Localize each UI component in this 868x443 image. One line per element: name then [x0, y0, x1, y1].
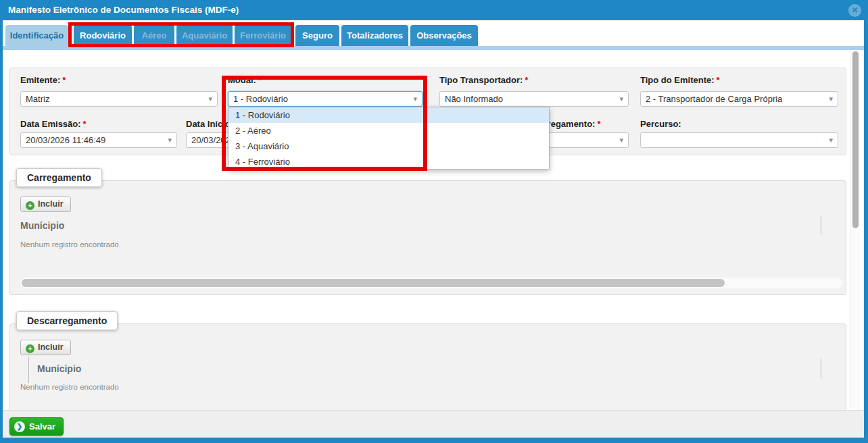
tipo-transportador-label: Tipo Transportador:* [439, 75, 629, 85]
horizontal-scrollbar-thumb[interactable] [22, 279, 725, 287]
modal-dropdown-list: 1 - Rodoviário 2 - Aéreo 3 - Aquaviário … [228, 107, 550, 170]
tipo-emitente-select[interactable]: 2 - Transportador de Carga Própria ▾ [640, 91, 838, 107]
tab-identificacao[interactable]: Identificação [5, 25, 68, 50]
tabbar-underline [3, 46, 864, 50]
modal-select[interactable]: 1 - Rodoviário ▾ [228, 91, 423, 107]
carregamento-legend: Carregamento [16, 168, 102, 187]
carregamento-empty-message: Nenhum registro encontrado [20, 240, 119, 249]
dropdown-option-aereo[interactable]: 2 - Aéreo [228, 123, 549, 138]
column-separator [821, 359, 821, 379]
vertical-scrollbar-thumb[interactable] [852, 51, 859, 228]
plus-icon: + [26, 201, 34, 210]
tab-totalizadores[interactable]: Totalizadores [341, 25, 408, 46]
carregamento-column-municipio: Munícipio [20, 220, 64, 231]
plus-icon: + [26, 344, 34, 353]
chevron-down-icon: ▾ [619, 92, 623, 106]
descarregamento-section [9, 323, 846, 418]
footer-bar: ❯ Salvar [3, 410, 864, 438]
modal-label: Modal:* [228, 75, 423, 85]
dropdown-option-ferroviario[interactable]: 4 - Ferroviário [228, 154, 549, 170]
tab-aereo: Aéreo [134, 25, 174, 46]
chevron-down-icon: ▾ [413, 92, 417, 106]
window-title: Manifesto Eletrônico de Documentos Fisca… [8, 5, 239, 15]
horizontal-scrollbar-track[interactable] [20, 278, 842, 288]
tab-observacoes[interactable]: Observações [410, 25, 478, 46]
tipo-transportador-select[interactable]: Não Informado ▾ [439, 91, 629, 107]
percurso-label: Percurso: [640, 119, 838, 129]
chevron-down-icon: ▾ [168, 133, 172, 147]
dropdown-option-rodoviario[interactable]: 1 - Rodoviário [228, 107, 549, 123]
column-separator [821, 216, 821, 235]
chevron-down-icon: ▾ [829, 133, 833, 147]
descarregamento-empty-message: Nenhum registro encontrado [20, 383, 119, 391]
tab-aquaviario: Aquaviário [176, 25, 233, 46]
chevron-right-icon: ❯ [14, 421, 25, 432]
carregamento-incluir-button[interactable]: +Incluir [20, 197, 71, 212]
dropdown-option-aquaviario[interactable]: 3 - Aquaviário [228, 138, 549, 154]
emitente-label: Emitente:* [20, 75, 218, 85]
tab-seguro[interactable]: Seguro [295, 25, 339, 46]
tipo-emitente-label: Tipo do Emitente:* [640, 75, 838, 85]
descarregamento-incluir-button[interactable]: +Incluir [20, 340, 71, 355]
emitente-select[interactable]: Matriz ▾ [20, 91, 218, 107]
column-separator [28, 357, 29, 383]
chevron-down-icon: ▾ [619, 133, 623, 147]
tab-rodoviario[interactable]: Rodoviário [74, 25, 132, 46]
chevron-down-icon: ▾ [208, 92, 212, 106]
data-emissao-field[interactable]: 20/03/2026 11:46:49 ▾ [20, 132, 177, 148]
mdfe-window: Manifesto Eletrônico de Documentos Fisca… [0, 0, 868, 443]
percurso-select[interactable]: ▾ [640, 132, 838, 148]
vertical-scrollbar-track[interactable] [850, 50, 860, 410]
data-emissao-label: Data Emissão:* [20, 119, 177, 129]
descarregamento-column-municipio: Munícipio [37, 363, 81, 374]
tab-ferroviario: Ferroviário [235, 25, 291, 46]
titlebar: Manifesto Eletrônico de Documentos Fisca… [0, 0, 868, 20]
chevron-down-icon: ▾ [829, 92, 833, 106]
close-icon[interactable]: ✕ [848, 4, 861, 17]
descarregamento-legend: Descarregamento [16, 311, 118, 330]
save-button[interactable]: ❯ Salvar [9, 417, 64, 436]
